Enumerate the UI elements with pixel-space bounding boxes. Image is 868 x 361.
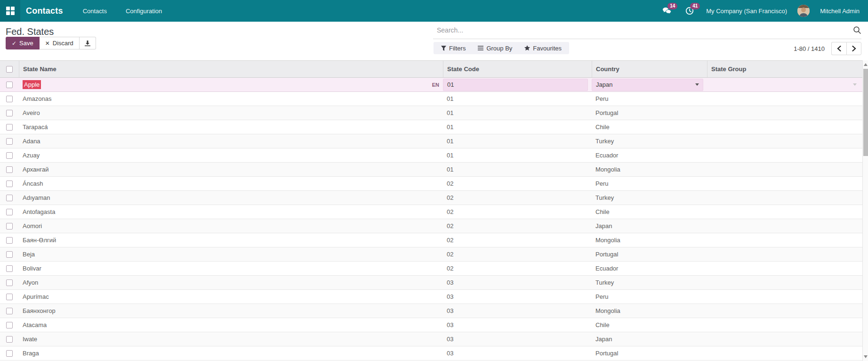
table-row[interactable]: Iwate03Japan xyxy=(0,332,862,346)
discard-button[interactable]: ✕ Discard xyxy=(40,37,80,49)
export-button[interactable] xyxy=(80,37,96,49)
table-row[interactable]: Архангай01Mongolia xyxy=(0,163,862,177)
row-checkbox[interactable] xyxy=(6,294,13,300)
country-cell[interactable]: Peru xyxy=(592,92,707,106)
column-header-country[interactable]: Country xyxy=(592,61,707,77)
state-code-cell[interactable]: 01 xyxy=(443,92,592,106)
state-name-cell[interactable]: Архангай xyxy=(19,163,443,176)
apps-menu-button[interactable] xyxy=(0,0,20,22)
scrollbar-thumb[interactable] xyxy=(863,69,868,156)
row-checkbox[interactable] xyxy=(6,110,13,116)
table-row[interactable]: Apurímac03Peru xyxy=(0,290,862,304)
country-cell[interactable]: Ecuador xyxy=(592,262,707,275)
country-cell[interactable]: Japan xyxy=(592,219,707,233)
table-row[interactable]: Aveiro01Portugal xyxy=(0,106,862,120)
state-name-cell[interactable]: Antofagasta xyxy=(19,205,443,219)
state-code-cell[interactable]: 02 xyxy=(443,177,592,190)
table-row[interactable]: Beja02Portugal xyxy=(0,247,862,262)
row-checkbox[interactable] xyxy=(6,166,13,173)
scrollbar-up-arrow[interactable] xyxy=(864,63,868,66)
row-checkbox[interactable] xyxy=(6,265,13,272)
state-name-cell[interactable]: Bolivar xyxy=(19,262,443,275)
country-cell[interactable]: Mongolia xyxy=(592,163,707,176)
row-checkbox[interactable] xyxy=(6,124,13,131)
save-button[interactable]: ✓ Save xyxy=(6,37,40,49)
state-name-cell[interactable]: Atacama xyxy=(19,318,443,332)
state-code-cell[interactable]: 02 xyxy=(443,233,592,247)
state-group-cell[interactable] xyxy=(707,205,862,219)
country-cell[interactable]: Japan xyxy=(592,332,707,346)
country-cell[interactable]: Turkey xyxy=(592,276,707,289)
state-name-cell[interactable]: Баян-Өлгий xyxy=(19,233,443,247)
country-cell[interactable]: Mongolia xyxy=(592,233,707,247)
search-icon[interactable] xyxy=(853,26,861,34)
state-name-cell[interactable]: Adana xyxy=(19,134,443,148)
state-code-cell[interactable]: 01 xyxy=(443,163,592,176)
state-group-cell[interactable] xyxy=(707,233,862,247)
group-by-button[interactable]: Group By xyxy=(478,45,512,52)
table-row[interactable]: Tarapacá01Chile xyxy=(0,120,862,134)
pager-next-button[interactable] xyxy=(846,42,861,55)
edit-row[interactable]: Apple EN 01 Japan xyxy=(0,78,862,92)
state-name-cell[interactable]: Azuay xyxy=(19,148,443,162)
search-bar[interactable]: Search... xyxy=(433,22,861,39)
state-name-cell[interactable]: Aveiro xyxy=(19,106,443,120)
state-group-cell[interactable] xyxy=(707,163,862,176)
column-header-state-group[interactable]: State Group xyxy=(707,61,862,77)
country-cell[interactable]: Mongolia xyxy=(592,304,707,318)
state-code-cell[interactable]: 03 xyxy=(443,304,592,318)
row-checkbox[interactable] xyxy=(6,322,13,328)
state-group-cell[interactable] xyxy=(707,304,862,318)
state-code-cell[interactable]: 03 xyxy=(443,290,592,304)
table-row[interactable]: Баянхонгор03Mongolia xyxy=(0,304,862,318)
table-row[interactable]: Adana01Turkey xyxy=(0,134,862,148)
state-code-cell[interactable]: 01 xyxy=(443,148,592,162)
table-row[interactable]: Amazonas01Peru xyxy=(0,92,862,106)
row-checkbox[interactable] xyxy=(6,223,13,230)
table-row[interactable]: Баян-Өлгий02Mongolia xyxy=(0,233,862,247)
state-code-cell[interactable]: 02 xyxy=(443,219,592,233)
table-row[interactable]: Bolivar02Ecuador xyxy=(0,262,862,276)
state-code-cell[interactable]: 03 xyxy=(443,346,592,360)
row-checkbox[interactable] xyxy=(6,209,13,215)
state-code-cell[interactable]: 03 xyxy=(443,318,592,332)
country-cell[interactable]: Portugal xyxy=(592,106,707,120)
state-group-cell[interactable] xyxy=(707,191,862,205)
column-header-state-code[interactable]: State Code xyxy=(443,61,592,77)
state-group-cell[interactable] xyxy=(707,247,862,261)
messages-menu[interactable]: 14 xyxy=(661,5,673,17)
state-name-cell[interactable]: Áncash xyxy=(19,177,443,190)
row-checkbox[interactable] xyxy=(6,279,13,286)
pager-previous-button[interactable] xyxy=(831,42,846,55)
state-name-edit-cell[interactable]: Apple EN xyxy=(19,78,443,91)
state-name-cell[interactable]: Iwate xyxy=(19,332,443,346)
state-name-cell[interactable]: Braga xyxy=(19,346,443,360)
country-cell[interactable]: Ecuador xyxy=(592,148,707,162)
row-checkbox[interactable] xyxy=(6,96,13,102)
scrollbar-down-arrow[interactable] xyxy=(864,355,868,358)
table-row[interactable]: Adıyaman02Turkey xyxy=(0,191,862,205)
row-checkbox[interactable] xyxy=(6,308,13,314)
country-cell[interactable]: Peru xyxy=(592,177,707,190)
state-code-cell[interactable]: 03 xyxy=(443,276,592,289)
state-name-cell[interactable]: Adıyaman xyxy=(19,191,443,205)
table-row[interactable]: Afyon03Turkey xyxy=(0,276,862,290)
company-switcher[interactable]: My Company (San Francisco) xyxy=(706,8,787,15)
table-row[interactable]: Braga03Portugal xyxy=(0,346,862,361)
table-row[interactable]: Áncash02Peru xyxy=(0,177,862,191)
state-group-edit-cell[interactable] xyxy=(707,78,862,91)
translation-badge[interactable]: EN xyxy=(432,82,439,88)
country-cell[interactable]: Portugal xyxy=(592,247,707,261)
state-name-cell[interactable]: Beja xyxy=(19,247,443,261)
user-menu[interactable]: Mitchell Admin xyxy=(820,8,860,15)
state-name-cell[interactable]: Apurímac xyxy=(19,290,443,304)
country-cell[interactable]: Turkey xyxy=(592,134,707,148)
menu-contacts[interactable]: Contacts xyxy=(82,5,108,17)
country-cell[interactable]: Chile xyxy=(592,318,707,332)
state-code-cell[interactable]: 01 xyxy=(443,120,592,134)
column-header-state-name[interactable]: State Name xyxy=(19,61,443,77)
state-name-cell[interactable]: Баянхонгор xyxy=(19,304,443,318)
search-input[interactable]: Search... xyxy=(437,26,463,34)
state-group-cell[interactable] xyxy=(707,120,862,134)
state-code-cell[interactable]: 01 xyxy=(443,134,592,148)
